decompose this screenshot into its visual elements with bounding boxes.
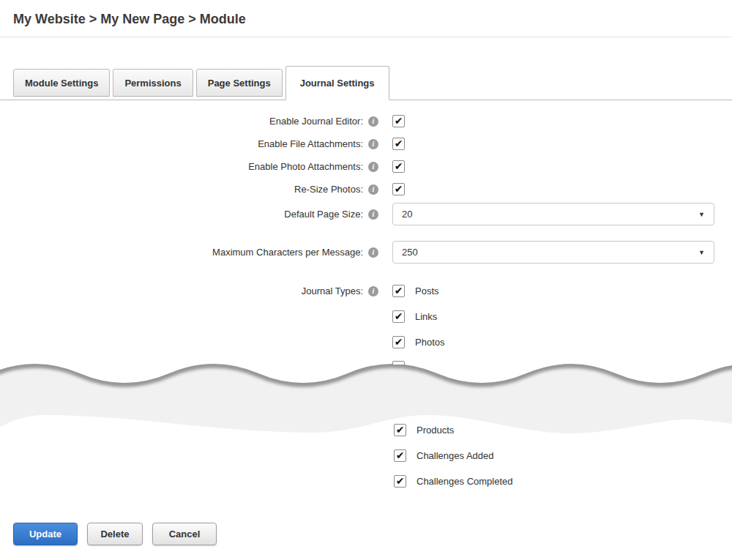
row-enable-file-attachments: Enable File Attachments: i ✔ bbox=[13, 132, 732, 155]
info-icon[interactable]: i bbox=[368, 184, 378, 195]
enable-journal-editor-checkbox[interactable]: ✔ bbox=[392, 115, 405, 127]
journal-type-challenges-completed-checkbox[interactable]: ✔ bbox=[394, 475, 406, 488]
checkmark-icon: ✔ bbox=[396, 450, 405, 460]
default-page-size-label: Default Page Size: bbox=[284, 209, 363, 220]
journal-type-posts-label: Posts bbox=[415, 285, 439, 296]
info-icon[interactable]: i bbox=[368, 116, 378, 127]
tab-bar: Module Settings Permissions Page Setting… bbox=[0, 66, 732, 100]
row-default-page-size: Default Page Size: i 20 ▼ bbox=[13, 203, 732, 225]
delete-button[interactable]: Delete bbox=[87, 523, 143, 545]
max-characters-value: 250 bbox=[402, 247, 418, 258]
chevron-down-icon: ▼ bbox=[698, 249, 705, 256]
update-button[interactable]: Update bbox=[13, 523, 78, 545]
journal-type-products-checkbox[interactable]: ✔ bbox=[394, 424, 406, 436]
info-icon[interactable]: i bbox=[368, 209, 378, 220]
enable-journal-editor-label: Enable Journal Editor: bbox=[269, 116, 363, 127]
journal-type-links-label: Links bbox=[415, 311, 437, 322]
header-divider bbox=[0, 37, 732, 37]
checkmark-icon: ✔ bbox=[395, 138, 403, 149]
journal-type-products-label: Products bbox=[417, 425, 454, 436]
enable-file-attachments-checkbox[interactable]: ✔ bbox=[392, 138, 405, 150]
journal-type-challenges-added-label: Challenges Added bbox=[417, 450, 494, 461]
journal-type-links: ✔ Links bbox=[392, 304, 444, 329]
info-icon[interactable]: i bbox=[368, 286, 378, 296]
resize-photos-checkbox[interactable]: ✔ bbox=[392, 183, 405, 195]
row-max-characters: Maximum Characters per Message: i 250 ▼ bbox=[13, 241, 732, 264]
row-enable-journal-editor: Enable Journal Editor: i ✔ bbox=[13, 110, 732, 132]
tab-page-settings[interactable]: Page Settings bbox=[196, 69, 283, 97]
form-actions: Update Delete Cancel bbox=[13, 523, 732, 545]
journal-type-products: ✔ Products bbox=[394, 417, 732, 443]
checkmark-icon: ✔ bbox=[396, 425, 405, 435]
journal-type-challenges-added-checkbox[interactable]: ✔ bbox=[394, 449, 406, 462]
row-journal-types: Journal Types: i ✔ Posts ✔ Links ✔ Photo… bbox=[13, 278, 732, 355]
default-page-size-value: 20 bbox=[402, 209, 412, 220]
enable-photo-attachments-checkbox[interactable]: ✔ bbox=[392, 160, 405, 173]
checkmark-icon: ✔ bbox=[395, 311, 403, 321]
journal-type-photos-label: Photos bbox=[415, 337, 444, 348]
journal-types-label: Journal Types: bbox=[302, 285, 363, 296]
info-icon[interactable]: i bbox=[368, 247, 378, 258]
breadcrumb: My Website > My New Page > Module bbox=[13, 12, 732, 27]
checkmark-icon: ✔ bbox=[396, 476, 405, 486]
info-icon[interactable]: i bbox=[368, 139, 378, 149]
max-characters-label: Maximum Characters per Message: bbox=[212, 247, 363, 258]
tab-permissions[interactable]: Permissions bbox=[113, 69, 193, 97]
checkmark-icon: ✔ bbox=[395, 337, 403, 347]
tab-journal-settings[interactable]: Journal Settings bbox=[285, 66, 389, 100]
journal-type-challenges-completed: ✔ Challenges Completed bbox=[394, 468, 732, 494]
checkmark-icon: ✔ bbox=[395, 161, 403, 171]
checkmark-icon: ✔ bbox=[395, 116, 403, 126]
journal-types-continued: ✔ Products ✔ Challenges Added ✔ Challeng… bbox=[0, 417, 732, 494]
checkmark-icon: ✔ bbox=[395, 285, 403, 296]
journal-type-photos: ✔ Photos bbox=[392, 329, 444, 355]
journal-type-challenges-added: ✔ Challenges Added bbox=[394, 443, 732, 468]
chevron-down-icon: ▼ bbox=[698, 211, 705, 218]
journal-type-photos-checkbox[interactable]: ✔ bbox=[392, 336, 405, 348]
row-enable-photo-attachments: Enable Photo Attachments: i ✔ bbox=[13, 155, 732, 178]
cancel-button[interactable]: Cancel bbox=[152, 523, 217, 545]
max-characters-select[interactable]: 250 ▼ bbox=[392, 241, 714, 264]
enable-photo-attachments-label: Enable Photo Attachments: bbox=[248, 161, 363, 172]
default-page-size-select[interactable]: 20 ▼ bbox=[392, 203, 714, 225]
row-resize-photos: Re-Size Photos: i ✔ bbox=[13, 178, 732, 201]
journal-type-posts-checkbox[interactable]: ✔ bbox=[392, 285, 405, 297]
journal-type-posts: ✔ Posts bbox=[392, 278, 444, 304]
journal-settings-form: Enable Journal Editor: i ✔ Enable File A… bbox=[0, 100, 732, 355]
tab-module-settings[interactable]: Module Settings bbox=[13, 69, 110, 97]
resize-photos-label: Re-Size Photos: bbox=[294, 184, 363, 195]
journal-type-checkbox-partial[interactable] bbox=[392, 361, 406, 365]
info-icon[interactable]: i bbox=[368, 162, 378, 172]
journal-type-links-checkbox[interactable]: ✔ bbox=[392, 310, 405, 323]
checkmark-icon: ✔ bbox=[395, 184, 403, 194]
enable-file-attachments-label: Enable File Attachments: bbox=[258, 138, 363, 149]
journal-type-challenges-completed-label: Challenges Completed bbox=[417, 476, 513, 487]
